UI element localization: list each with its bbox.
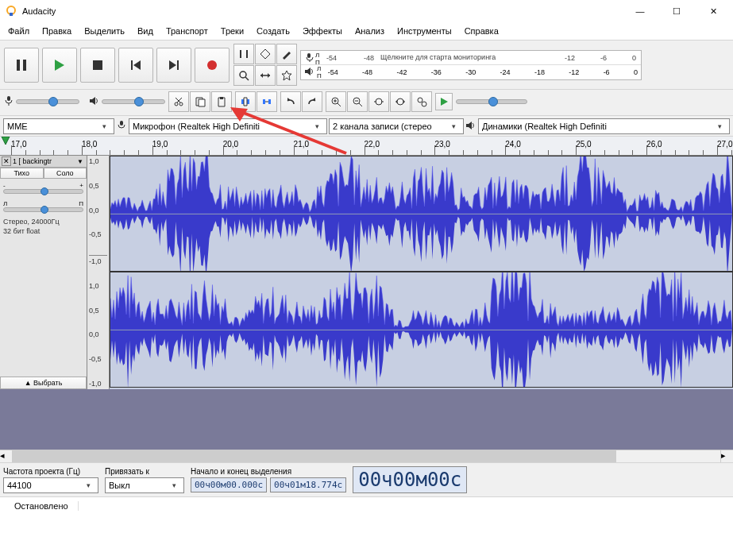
fit-selection-button[interactable] [368,91,389,112]
play-button[interactable] [42,48,77,83]
rec-mic-icon [3,95,14,108]
track-solo-button[interactable]: Соло [44,168,87,179]
timeshift-tool-button[interactable] [255,65,276,86]
undo-button[interactable] [280,91,301,112]
recording-channels-select[interactable]: 2 канала записи (стерео▾ [329,118,464,134]
svg-point-15 [240,71,246,78]
menu-view[interactable]: Вид [131,25,160,37]
track-menu-button[interactable]: ▼ [77,158,85,165]
svg-point-28 [179,102,183,106]
playback-device-select[interactable]: Динамики (Realtek High Definiti▾ [478,118,730,134]
svg-point-57 [422,102,426,106]
ruler-tick-label: 17,0 [11,140,26,149]
project-rate-label: Частота проекта (Гц) [3,467,98,476]
copy-button[interactable] [190,91,210,112]
skip-end-button[interactable] [156,48,191,83]
stop-button[interactable] [80,48,115,83]
svg-marker-26 [90,97,95,105]
zoom-toggle-button[interactable] [411,91,432,112]
audio-host-select[interactable]: MME▾ [3,118,114,134]
svg-rect-24 [7,96,10,101]
menu-file[interactable]: Файл [2,25,36,37]
ruler-tick-label: 23,0 [434,140,449,149]
svg-marker-61 [2,137,10,145]
svg-rect-38 [263,99,265,104]
zoom-in-button[interactable] [326,91,346,112]
track-name[interactable]: 1 [ backingtr [13,157,75,165]
track-pan-slider[interactable] [3,207,83,212]
app-logo-icon [5,5,17,17]
menu-edit[interactable]: Правка [36,25,78,37]
menu-generate[interactable]: Создать [250,25,296,37]
selection-end-field[interactable]: 00ч01м18.774с [270,477,346,492]
trim-outside-button[interactable] [235,91,256,112]
svg-marker-19 [268,73,270,78]
menu-analyze[interactable]: Анализ [349,25,391,37]
snap-to-select[interactable]: Выкл▾ [105,477,184,493]
window-maximize-button[interactable]: ☐ [658,0,695,22]
redo-button[interactable] [302,91,322,112]
svg-rect-37 [244,98,247,106]
silence-selection-button[interactable] [257,91,277,112]
play-speaker-icon [89,95,100,108]
svg-point-27 [175,102,178,106]
multi-tool-button[interactable] [276,65,297,86]
rec-tick: -54 [326,54,337,62]
playback-speed-slider[interactable] [456,99,527,104]
track-close-button[interactable]: ✕ [2,156,11,166]
speaker-device-icon [465,120,476,133]
fit-project-button[interactable] [390,91,411,112]
horizontal-scrollbar[interactable] [13,450,720,462]
rec-tick: -48 [364,54,374,62]
draw-tool-button[interactable] [276,44,297,64]
recording-volume-slider[interactable] [16,99,79,104]
skip-start-button[interactable] [118,48,153,83]
svg-rect-59 [120,121,123,126]
cut-button[interactable] [168,91,189,112]
track-gain-slider[interactable] [3,189,83,194]
svg-marker-8 [169,60,176,70]
menu-transport[interactable]: Транспорт [160,25,214,37]
playback-volume-slider[interactable] [102,99,165,104]
pause-button[interactable] [4,48,39,83]
menu-help[interactable]: Справка [458,25,505,37]
svg-marker-60 [466,122,472,129]
snap-to-label: Привязать к [105,467,184,476]
hscroll-right-button[interactable]: ▸ [720,450,733,462]
zoom-out-button[interactable] [347,91,368,112]
chevron-down-icon: ▾ [311,122,323,130]
track-select-button[interactable]: ▲ Выбрать [0,377,87,389]
menu-select[interactable]: Выделить [78,25,131,37]
empty-track-area[interactable] [0,389,733,450]
selection-start-field[interactable]: 00ч00м00.000с [191,477,267,492]
recording-meter[interactable]: ЛП -54 -48 Щёлкните для старта мониторин… [300,50,642,80]
track-mute-button[interactable]: Тихо [0,168,44,179]
playhead-pin-icon[interactable] [0,137,11,148]
menu-tools[interactable]: Инструменты [391,25,458,37]
play-at-speed-button[interactable] [435,93,453,110]
svg-rect-2 [17,60,20,71]
timeline-ruler[interactable]: 17,018,019,020,021,022,023,024,025,026,0… [0,137,733,156]
window-close-button[interactable]: ✕ [695,0,731,22]
waveform-channel-right[interactable] [110,272,733,388]
project-rate-select[interactable]: 44100▾ [3,477,98,493]
zoom-tool-button[interactable] [233,65,254,86]
svg-marker-54 [395,100,397,103]
hscroll-left-button[interactable]: ◂ [0,450,13,462]
audio-position-field[interactable]: 00ч00м00с [353,466,467,493]
ruler-tick-label: 24,0 [505,140,520,149]
menu-effects[interactable]: Эффекты [296,25,349,37]
menu-tracks[interactable]: Треки [214,25,250,37]
paste-button[interactable] [211,91,232,112]
waveform-channel-left[interactable] [110,156,733,272]
ruler-tick-label: 19,0 [152,140,168,149]
recording-device-select[interactable]: Микрофон (Realtek High Definiti▾ [129,118,327,134]
status-text: Остановлено [5,501,79,511]
selection-tool-button[interactable] [233,44,254,64]
ruler-tick-label: 27,0 [717,140,732,149]
record-button[interactable] [195,48,230,83]
envelope-tool-button[interactable] [255,44,276,64]
ruler-tick-label: 26,0 [646,140,662,149]
window-minimize-button[interactable]: — [622,0,658,22]
selection-label: Начало и конец выделения [191,467,346,476]
